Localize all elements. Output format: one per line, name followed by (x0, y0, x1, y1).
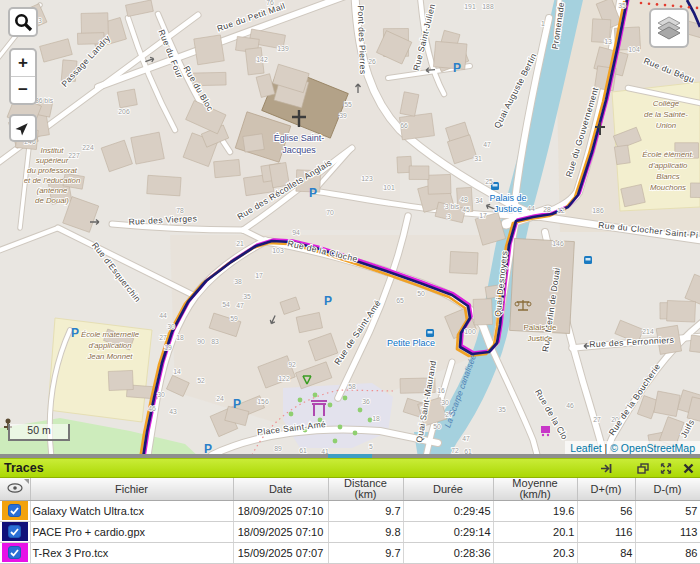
map-label: et de l'éducation (24, 176, 81, 185)
layers-icon (656, 15, 682, 41)
cell-file: PACE Pro + cardio.gpx (30, 521, 233, 542)
house-number: 89 (274, 445, 282, 452)
leaflet-map[interactable]: 36 bis2242272462061391427613355392666123… (0, 0, 700, 458)
building (654, 391, 680, 416)
visibility-column-header[interactable] (0, 478, 30, 500)
osm-link[interactable]: © OpenStreetMap (610, 442, 695, 454)
column-header-moyenne[interactable]: Moyenne(km/h) (493, 478, 577, 500)
parking-icon: P (309, 186, 317, 200)
house-number: 214 (642, 328, 654, 335)
house-number: 31 (474, 155, 482, 162)
house-number: 34 (475, 197, 483, 204)
cell-d-plus: 116 (577, 521, 635, 542)
leaflet-link[interactable]: Leaflet (570, 442, 602, 454)
cell-date: 18/09/2025 07:10 (233, 521, 328, 542)
building (214, 159, 241, 177)
cell-duration: 0:28:36 (403, 542, 493, 563)
gps-trace-viewer: 36 bis2242272462061391427613355392666123… (0, 0, 700, 564)
resize-grip[interactable] (328, 454, 372, 458)
building (131, 132, 164, 164)
house-number: 188 (482, 3, 494, 10)
column-header-date[interactable]: Date (233, 478, 328, 500)
visibility-checkbox[interactable] (8, 525, 21, 538)
house-number: 3 (447, 213, 451, 220)
building (117, 89, 137, 108)
house-number: 46 (148, 405, 156, 412)
trace-color-cell (0, 542, 30, 563)
tree-icon (333, 439, 338, 444)
map-label: Institut (41, 146, 65, 155)
house-number: 26 (368, 58, 376, 65)
column-header-dure[interactable]: Durée (403, 478, 493, 500)
map-label: Blancs (656, 172, 680, 181)
traces-panel: Traces (0, 458, 700, 564)
house-number: 30 (157, 391, 165, 398)
house-number: 27 (593, 416, 601, 423)
visibility-checkbox[interactable] (8, 546, 21, 559)
building (147, 175, 181, 196)
zoom-in-button[interactable]: + (11, 50, 35, 77)
house-number: 227 (68, 152, 80, 159)
panel-resize-handle[interactable] (0, 454, 700, 458)
popout-button[interactable] (637, 463, 649, 474)
house-number: 12 (557, 207, 565, 214)
house-number: 18 (372, 415, 380, 422)
panel-title: Traces (4, 461, 44, 475)
parking-icon: P (71, 326, 79, 340)
column-header-d+m[interactable]: D+(m) (577, 478, 635, 500)
house-number: 1 (541, 20, 545, 27)
house-number: 18 (176, 334, 184, 341)
table-row[interactable]: PACE Pro + cardio.gpx18/09/2025 07:109.8… (0, 521, 700, 542)
house-number: 146 (552, 240, 564, 247)
building (667, 301, 696, 323)
layers-button[interactable] (649, 8, 689, 48)
house-number: 35 (498, 406, 506, 413)
map-label: École élément. (642, 150, 694, 159)
house-number: 206 (118, 108, 130, 115)
house-number: 122 (278, 375, 290, 382)
column-header-fichier[interactable]: Fichier (30, 478, 233, 500)
tree-icon (328, 403, 333, 408)
cell-date: 18/09/2025 07:10 (233, 500, 328, 521)
visibility-checkbox[interactable] (8, 504, 21, 517)
traces-table: FichierDateDistance(km)DuréeMoyenne(km/h… (0, 478, 700, 564)
map-label: Justice (528, 334, 553, 343)
panel-toolbar (600, 463, 694, 474)
map-label: Mouchons (650, 183, 686, 192)
zoom-out-button[interactable]: − (11, 77, 35, 103)
map-label: Petite Place (387, 338, 435, 348)
traces-panel-titlebar: Traces (0, 458, 700, 478)
cell-average: 19.6 (493, 500, 577, 521)
locate-button[interactable] (9, 114, 37, 142)
house-number: 94 (292, 229, 300, 236)
column-header-distance[interactable]: Distance(km) (328, 478, 403, 500)
building (428, 174, 451, 194)
table-row[interactable]: T-Rex 3 Pro.tcx15/09/2025 07:079.70:28:3… (0, 542, 700, 563)
map-label: supérieur (36, 156, 69, 165)
cell-file: T-Rex 3 Pro.tcx (30, 542, 233, 563)
search-button[interactable] (8, 7, 38, 37)
house-number: 30 (167, 323, 175, 330)
parking-icon: P (324, 294, 332, 308)
tree-icon (338, 425, 343, 430)
table-row[interactable]: Galaxy Watch Ultra.tcx18/09/2025 07:109.… (0, 500, 700, 521)
house-number: 25 (485, 178, 493, 185)
map-label: Collège (653, 99, 680, 108)
house-number: 54 (222, 301, 230, 308)
house-number: 39 (339, 112, 347, 119)
house-number: 36 (362, 398, 370, 405)
tree-icon (298, 398, 303, 403)
building (409, 166, 429, 180)
parking-icon: P (453, 61, 461, 75)
cell-distance: 9.8 (328, 521, 403, 542)
map-label: de Douai) (35, 196, 69, 205)
map-label: Jacques (282, 145, 316, 155)
expand-button[interactable] (660, 463, 672, 474)
close-button[interactable] (683, 463, 694, 474)
parking-icon: P (233, 397, 241, 411)
column-header-dm[interactable]: D-(m) (635, 478, 700, 500)
house-number: 38 (234, 278, 242, 285)
dock-right-button[interactable] (600, 463, 612, 474)
trace-color-cell (0, 500, 30, 521)
house-number: 17 (479, 212, 487, 219)
